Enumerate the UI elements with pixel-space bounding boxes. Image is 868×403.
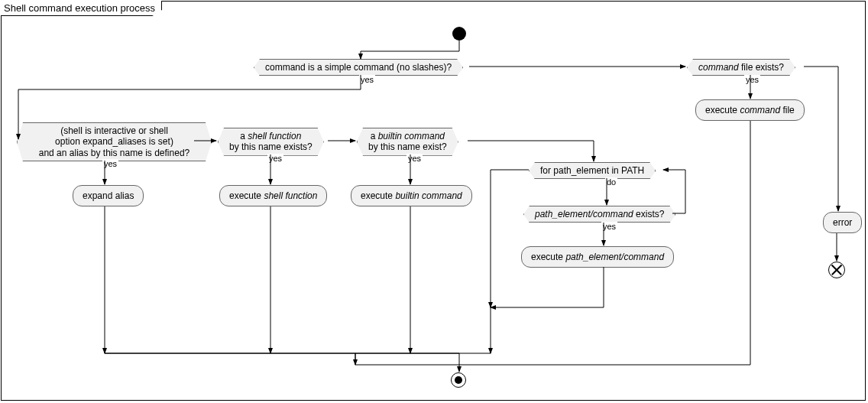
d2-l1: (shell is interactive or shell [60,125,168,136]
decision-text: command is a simple command (no slashes)… [265,62,452,73]
action-execute-command-file: execute command file [695,99,805,121]
a4-pre: execute [531,252,565,262]
yes-label: yes [601,222,617,231]
action-error: error [823,212,862,233]
start-node [452,27,466,41]
yes-label: yes [744,75,760,84]
do-label: do [605,177,617,187]
d4-em: builtin command [378,131,445,141]
decision-alias: (shell is interactive or shell option ex… [17,122,212,161]
d2-l3: and an alias by this name is defined? [39,148,189,158]
d5-text: for path_element in PATH [540,165,644,176]
end-node [451,372,466,388]
yes-label: yes [267,154,283,163]
loop-path: for path_element in PATH [529,162,656,179]
d4-pre: a [371,131,378,141]
flow-final-node [828,262,845,278]
a4-em: path_element/command [565,252,664,262]
yes-label: yes [359,75,375,84]
a3-pre: execute [361,190,395,201]
decision-path-element-exists: path_element/command exists? [523,206,675,223]
d3-l2: by this name exists? [229,141,313,152]
action-text: error [833,217,852,228]
d4-l2: by this name exist? [368,141,447,152]
yes-label: yes [102,159,118,168]
a3-em: builtin command [395,190,462,201]
d3-pre: a [240,131,248,141]
action-text: expand alias [83,190,134,201]
action-expand-alias: expand alias [73,185,144,206]
a2-pre: execute [229,190,264,201]
d6-post: exists? [633,209,665,219]
a2-em: shell function [264,190,317,201]
action-pre: execute [705,105,740,115]
action-post: file [780,105,795,115]
decision-em: command [698,62,739,73]
decision-shell-function: a shell function by this name exists? [218,128,324,156]
d3-em: shell function [248,131,301,141]
decision-builtin: a builtin command by this name exist? [357,128,458,156]
d2-l2: option expand_aliases is set) [55,136,173,147]
diagram-frame: Shell command execution process command … [1,1,866,401]
decision-text: file exists? [739,62,784,73]
decision-command-file-exists: command file exists? [687,59,795,76]
action-execute-shell-function: execute shell function [219,185,327,206]
action-execute-path-element: execute path_element/command [521,246,674,268]
frame-title: Shell command execution process [1,1,162,16]
d6-em: path_element/command [535,209,633,219]
decision-simple-command: command is a simple command (no slashes)… [254,59,463,76]
action-em: command [740,105,780,115]
yes-label: yes [406,154,423,163]
action-execute-builtin: execute builtin command [351,185,472,206]
